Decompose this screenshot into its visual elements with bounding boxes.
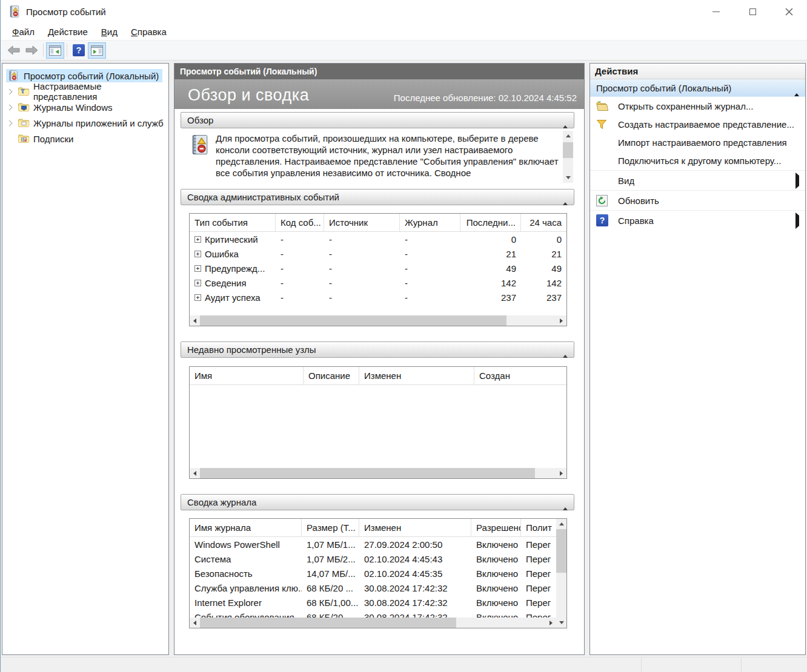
table-row[interactable]: Ошибка - - - 21 21 [190,246,566,261]
scroll-right-icon[interactable] [546,618,556,628]
tree-item-app-service-logs[interactable]: Журналы приложений и служб [2,115,168,131]
collapse-icon[interactable] [794,83,799,93]
close-button[interactable] [771,0,807,23]
menu-help[interactable]: Справка [124,24,173,39]
expand-chevron-icon[interactable] [2,105,16,110]
tree-item-subscriptions[interactable]: Подписки [2,131,168,147]
log-summary-section-title: Сводка журнала [187,497,256,507]
expand-chevron-icon[interactable] [2,121,16,125]
expand-plus-icon[interactable] [194,280,201,286]
column-header[interactable]: Полит [521,519,556,536]
actions-separator [590,170,805,171]
show-console-tree-button[interactable] [46,42,64,59]
admin-summary-section-header[interactable]: Сводка административных событий [181,189,574,205]
show-action-pane-button[interactable] [88,42,106,59]
minimize-icon [712,12,720,12]
forward-button[interactable] [22,42,41,59]
scroll-right-icon[interactable] [556,315,566,326]
scroll-down-icon[interactable] [563,173,573,183]
action-create-custom-view[interactable]: Создать настраиваемое представление... [590,115,805,133]
tree-item-custom-views[interactable]: Настраиваемые представления [2,84,168,99]
column-header[interactable]: Размер (Т... [302,519,359,536]
table-row[interactable]: Безопасность 14,07 МБ/... 02.10.2024 4:4… [190,566,556,581]
column-header[interactable]: Имя журнала [190,519,302,536]
minimize-button[interactable] [698,0,734,23]
collapse-icon[interactable] [563,344,568,355]
log-summary-table-header: Имя журнала Размер (Т... Изменен Разреше… [190,519,556,537]
app-service-logs-folder-icon [18,117,30,128]
table-row[interactable]: Система 1,07 МБ/2... 02.10.2024 4:45:43 … [190,552,556,566]
content-panel: Просмотр событий (Локальный) Обзор и сво… [174,63,585,655]
expand-plus-icon[interactable] [194,294,201,301]
table-row[interactable]: Сведения - - - 142 142 [190,275,566,290]
scroll-left-icon[interactable] [190,618,200,628]
tree-item-label: Подписки [33,134,74,144]
menu-action[interactable]: Действие [41,24,95,39]
column-header[interactable]: Имя [190,367,304,384]
action-import-custom-view[interactable]: Импорт настраиваемого представления [590,133,805,151]
table-row[interactable]: Служба управления клю... 68 КБ/20 ... 30… [190,581,556,595]
console-tree-icon [49,45,61,56]
scroll-down-icon[interactable] [556,618,566,628]
menu-view[interactable]: Вид [95,24,124,39]
action-connect-to-computer[interactable]: Подключиться к другому компьютеру... [590,151,805,170]
scroll-up-icon[interactable] [556,519,566,529]
recent-nodes-section-header[interactable]: Недавно просмотренные узлы [181,341,574,358]
overview-vertical-scrollbar[interactable] [563,131,573,183]
column-header[interactable]: Источник [324,214,400,231]
column-header[interactable]: Тип события [190,214,276,231]
column-header[interactable]: Разрешено [471,519,521,536]
table-row[interactable]: Windows PowerShell 1,07 МБ/1... 27.09.20… [190,537,556,552]
column-header[interactable]: Изменен [359,519,471,536]
action-help-submenu[interactable]: ? Справка [590,211,805,229]
expand-plus-icon[interactable] [194,251,201,257]
table-row[interactable]: Аудит успеха - - - 237 237 [190,290,566,305]
table-row[interactable]: События оборудования 68 КБ/20 ... 30.08.… [190,610,556,618]
table-row[interactable]: Критический - - - 0 0 [190,232,566,246]
status-pane [742,657,807,672]
breadcrumb: Просмотр событий (Локальный) [174,64,584,79]
event-viewer-large-icon [184,131,216,183]
actions-group-header[interactable]: Просмотр событий (Локальный) [590,79,805,97]
overview-section-header[interactable]: Обзор [181,112,574,128]
overview-text: Для просмотра событий, произошедших на к… [216,131,563,183]
tree-item-label: Просмотр событий (Локальный) [24,71,159,81]
log-summary-vertical-scrollbar[interactable] [556,519,566,628]
expand-chevron-icon[interactable] [2,90,16,94]
main-area: Просмотр событий (Локальный) Настраиваем… [1,61,807,657]
log-summary-horizontal-scrollbar[interactable] [190,618,556,628]
help-button[interactable]: ? [70,42,88,59]
action-refresh[interactable]: Обновить [590,191,805,209]
column-header[interactable]: Журнал [400,214,460,231]
page-title: Обзор и сводка [188,86,309,105]
tree-item-label: Настраиваемые представления [33,81,165,102]
scroll-left-icon[interactable] [190,468,200,478]
table-row[interactable]: Internet Explorer 68 КБ/1,00... 30.08.20… [190,595,556,610]
scroll-right-icon[interactable] [556,468,566,478]
action-view-submenu[interactable]: Вид [590,171,805,189]
column-header[interactable]: Изменен [359,367,474,384]
table-row[interactable]: Предупрежд... - - - 49 49 [190,261,566,275]
column-header[interactable]: Создан [474,367,566,384]
expand-plus-icon[interactable] [194,265,201,272]
column-header[interactable]: Описание [304,367,359,384]
expand-plus-icon[interactable] [194,236,201,243]
actions-panel-title: Действия [590,64,805,79]
collapse-icon[interactable] [563,497,568,507]
collapse-icon[interactable] [563,115,568,125]
action-open-saved-log[interactable]: Открыть сохраненный журнал... [590,97,805,115]
back-button[interactable] [4,42,22,59]
scroll-up-icon[interactable] [563,131,573,141]
log-summary-table: Имя журнала Размер (Т... Изменен Разреше… [189,518,567,628]
column-header[interactable]: Последни... [460,214,521,231]
column-header[interactable]: Код соб... [276,214,324,231]
column-header[interactable]: 24 часа [521,214,566,231]
recent-nodes-horizontal-scrollbar[interactable] [190,468,566,478]
scroll-left-icon[interactable] [190,315,200,326]
log-summary-section-header[interactable]: Сводка журнала [181,494,574,510]
submenu-arrow-icon [795,176,799,186]
admin-summary-horizontal-scrollbar[interactable] [190,315,566,326]
menu-file[interactable]: Файл [5,24,41,39]
maximize-button[interactable] [734,0,771,23]
collapse-icon[interactable] [563,192,568,202]
